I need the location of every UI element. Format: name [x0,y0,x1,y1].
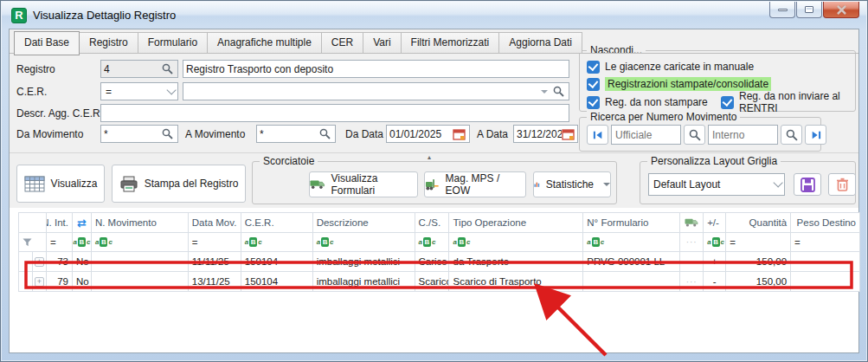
filter-quantita[interactable]: = [726,233,791,251]
tab-registro[interactable]: Registro [80,32,138,54]
printer-icon [119,176,138,192]
cer-input[interactable] [186,86,538,98]
a-data-calendar-icon[interactable] [562,126,575,142]
tab-anagrafiche-multiple[interactable]: Anagrafiche multiple [208,32,322,54]
filter-n-movimento[interactable]: aBc [92,233,189,251]
close-button[interactable] [823,2,859,18]
header-n-formulario[interactable]: N° Formulario [583,213,680,232]
header-segno[interactable]: +/- [704,213,726,232]
expand-button[interactable]: + [35,257,44,267]
first-record-button[interactable] [587,125,608,145]
cer-operator-combo[interactable]: = [100,82,178,100]
cell-data-mov: 11/11/25 [189,252,241,271]
grid-filter-row: = aBc aBc = aBc aBc aBc aBc aBc ··· aBc … [18,233,860,252]
expand-button[interactable]: + [35,277,44,287]
header-sync-column[interactable]: ⇄ [73,213,92,232]
splitter[interactable] [10,152,858,153]
nascondi-group-title: Nascondi... [587,44,646,56]
interno-input[interactable] [708,125,778,145]
da-data-calendar-icon[interactable] [451,126,466,142]
a-movimento-input[interactable] [260,128,317,140]
filter-segno[interactable]: aBc [704,233,726,251]
filter-tipo-operazione[interactable]: aBc [449,233,583,251]
grid-row-73[interactable]: + 73 No 11/11/25 150104 imballaggi metal… [18,252,860,272]
save-layout-button[interactable] [794,173,821,196]
row-indicator [19,252,33,271]
delete-layout-button[interactable] [828,173,856,196]
a-data-input[interactable] [517,128,562,140]
descr-agg-cer-input[interactable] [104,107,566,120]
cer-label: C.E.R. [16,82,47,101]
a-data-field[interactable] [513,125,578,143]
da-movimento-field[interactable] [100,125,178,143]
splitter-collapse-icon[interactable]: ▴ [428,153,431,161]
tab-dati-base[interactable]: Dati Base [14,31,80,55]
header-descrizione[interactable]: Descrizione [313,213,415,232]
header-n-int[interactable]: N. Int. [47,213,73,232]
filter-n-formulario[interactable]: aBc [583,233,680,251]
cell-formulario-ellipsis[interactable]: ··· [680,272,704,291]
a-movimento-field[interactable] [256,125,336,143]
registro-descrizione-field[interactable] [183,60,569,78]
cer-field[interactable] [183,82,569,100]
da-movimento-input[interactable] [104,128,159,140]
header-tipo-operazione[interactable]: Tipo Operazione [449,213,583,232]
last-record-button[interactable] [805,125,826,145]
da-movimento-search-icon[interactable] [159,126,175,142]
da-data-input[interactable] [389,128,451,140]
tab-filtri-memorizzati[interactable]: Filtri Memorizzati [402,32,500,54]
cell-formulario-ellipsis[interactable]: ··· [680,252,704,271]
registro-search-icon[interactable] [159,61,175,77]
search-ufficiale-button[interactable] [684,125,705,145]
filter-data-mov[interactable]: = [189,233,241,251]
tab-vari[interactable]: Vari [363,32,401,54]
statistiche-button[interactable]: Statistiche [533,171,611,197]
a-movimento-search-icon[interactable] [317,126,332,142]
cer-dropdown-icon[interactable] [541,90,548,94]
layout-combo[interactable]: Default Layout [648,173,785,196]
checkbox-giacenze-manuale[interactable]: Le giacenze caricate in manuale [587,59,754,74]
stampa-registro-button[interactable]: Stampa del Registro [112,165,246,203]
tab-cer[interactable]: CER [322,32,363,54]
da-data-field[interactable] [386,125,470,143]
filter-n-int[interactable]: = [47,233,73,251]
header-quantita[interactable]: Quantità [726,213,791,232]
maximize-button[interactable] [796,2,822,18]
cell-tipo-operazione: da Trasporto [449,252,583,271]
registro-field[interactable] [100,60,178,78]
header-cs[interactable]: C./S. [415,213,450,232]
cell-peso-destino [791,272,860,291]
checkbox-reg-non-stampare[interactable]: Reg. da non stampare [587,94,708,110]
filter-cer[interactable]: aBc [241,233,313,251]
registro-descrizione-input[interactable] [186,63,566,75]
registro-input[interactable] [104,63,159,75]
checkbox-reg-non-inviare-rentri[interactable]: Reg. da non inviare al RENTRI [721,94,855,110]
visualizza-button[interactable]: Visualizza [16,165,105,203]
header-n-movimento[interactable]: N. Movimento [92,213,189,232]
search-interno-button[interactable] [781,125,802,145]
descr-agg-cer-field[interactable] [100,104,569,122]
cer-search-icon[interactable] [550,83,566,100]
filter-truck[interactable]: ··· [680,233,704,251]
tab-aggiorna-dati[interactable]: Aggiorna Dati [499,32,582,54]
header-data-mov[interactable]: Data Mov. [189,213,241,232]
filter-cs[interactable]: aBc [415,233,450,251]
filter-descrizione[interactable]: aBc [313,233,415,251]
filter-sync[interactable]: aBc [73,233,92,251]
checkbox-checked-icon [587,78,600,91]
visualizza-formulari-button[interactable]: Visualizza Formulari [309,171,418,197]
header-formulario-truck[interactable] [680,213,704,232]
mag-mps-eow-button[interactable]: Mag. MPS / EOW [424,171,526,197]
grid-row-79[interactable]: + 79 No 13/11/25 150104 imballaggi metal… [18,272,860,292]
cell-cer: 150104 [241,252,313,271]
statistiche-label: Statistiche [546,178,594,191]
ufficiale-input[interactable] [611,125,681,145]
scorciatoie-group-title: Scorciatoie [260,155,318,167]
minimize-button[interactable] [769,2,795,18]
statistiche-dropdown-icon[interactable] [603,183,610,186]
filter-peso-destino[interactable]: = [791,233,860,251]
tab-formulario[interactable]: Formulario [138,32,208,54]
header-cer[interactable]: C.E.R. [241,213,313,232]
header-peso-destino[interactable]: Peso Destino [791,213,860,232]
registro-grid: N. Int. ⇄ N. Movimento Data Mov. C.E.R. … [18,212,860,292]
